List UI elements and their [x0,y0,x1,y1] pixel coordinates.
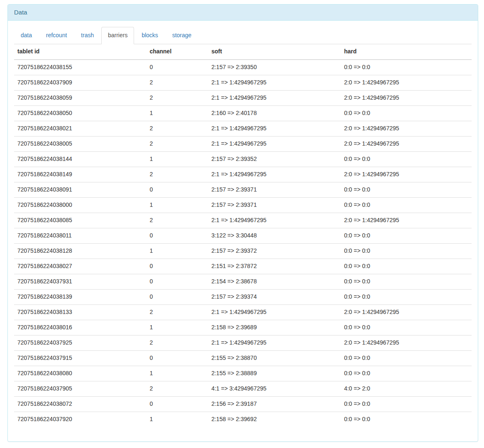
cell-soft: 2:1 => 1:4294967295 [208,167,341,182]
table-row: 7207518622403813322:1 => 1:42949672952:0… [14,304,472,320]
cell-hard: 0:0 => 0:0 [341,289,472,304]
panel-title: Data [14,9,27,16]
cell-channel: 2 [146,213,208,228]
cell-tablet-id: 72075186224038072 [14,396,146,412]
table-row: 7207518622403805012:160 => 2:401780:0 =>… [14,105,472,121]
table-row: 7207518622403815502:157 => 2:393500:0 =>… [14,60,472,75]
cell-tablet-id: 72075186224037905 [14,381,146,396]
cell-tablet-id: 72075186224038128 [14,243,146,259]
cell-tablet-id: 72075186224038021 [14,121,146,136]
cell-soft: 2:157 => 2:39371 [208,197,341,213]
column-header-tablet-id: tablet id [14,44,146,60]
barriers-table: tablet idchannelsofthard 720751862240381… [14,44,472,427]
cell-channel: 0 [146,274,208,289]
cell-soft: 2:155 => 2:38870 [208,350,341,366]
cell-channel: 1 [146,105,208,121]
cell-soft: 3:122 => 3:30448 [208,228,341,243]
cell-tablet-id: 72075186224038016 [14,320,146,335]
table-row: 7207518622403813902:157 => 2:393740:0 =>… [14,289,472,304]
cell-hard: 0:0 => 0:0 [341,151,472,167]
table-row: 7207518622403792012:158 => 2:396920:0 =>… [14,412,472,426]
cell-tablet-id: 72075186224038059 [14,90,146,105]
table-row: 7207518622403812812:157 => 2:393720:0 =>… [14,243,472,259]
cell-channel: 2 [146,167,208,182]
cell-soft: 2:1 => 1:4294967295 [208,213,341,228]
cell-soft: 2:155 => 2:38889 [208,366,341,381]
table-row: 7207518622403805922:1 => 1:42949672952:0… [14,90,472,105]
cell-tablet-id: 72075186224037931 [14,274,146,289]
cell-soft: 2:157 => 2:39350 [208,60,341,75]
cell-hard: 0:0 => 0:0 [341,274,472,289]
cell-channel: 2 [146,381,208,396]
table-row: 7207518622403808012:155 => 2:388890:0 =>… [14,366,472,381]
cell-tablet-id: 72075186224037925 [14,335,146,350]
table-row: 7207518622403814922:1 => 1:42949672952:0… [14,167,472,182]
cell-soft: 2:158 => 2:39689 [208,320,341,335]
cell-channel: 1 [146,412,208,426]
cell-soft: 2:160 => 2:40178 [208,105,341,121]
table-row: 7207518622403814412:157 => 2:393520:0 =>… [14,151,472,167]
cell-channel: 2 [146,75,208,90]
cell-hard: 0:0 => 0:0 [341,259,472,274]
cell-hard: 2:0 => 1:4294967295 [341,304,472,320]
table-row: 7207518622403792522:1 => 1:42949672952:0… [14,335,472,350]
cell-hard: 0:0 => 0:0 [341,350,472,366]
table-body: 7207518622403815502:157 => 2:393500:0 =>… [14,60,472,427]
table-row: 7207518622403790922:1 => 1:42949672952:0… [14,75,472,90]
tab-trash: trash [74,27,101,44]
cell-hard: 0:0 => 0:0 [341,243,472,259]
column-header-channel: channel [146,44,208,60]
cell-soft: 2:158 => 2:39692 [208,412,341,426]
cell-tablet-id: 72075186224038133 [14,304,146,320]
cell-channel: 0 [146,259,208,274]
cell-tablet-id: 72075186224038027 [14,259,146,274]
table-row: 7207518622403808522:1 => 1:42949672952:0… [14,213,472,228]
cell-hard: 2:0 => 1:4294967295 [341,136,472,151]
cell-hard: 0:0 => 0:0 [341,396,472,412]
table-row: 7207518622403801103:122 => 3:304480:0 =>… [14,228,472,243]
cell-hard: 0:0 => 0:0 [341,320,472,335]
cell-channel: 1 [146,151,208,167]
cell-channel: 2 [146,90,208,105]
cell-channel: 0 [146,228,208,243]
cell-channel: 0 [146,60,208,75]
tab-refcount: refcount [39,27,74,44]
cell-hard: 0:0 => 0:0 [341,366,472,381]
cell-tablet-id: 72075186224038144 [14,151,146,167]
cell-channel: 1 [146,243,208,259]
cell-soft: 2:157 => 2:39372 [208,243,341,259]
cell-channel: 0 [146,350,208,366]
cell-hard: 0:0 => 0:0 [341,105,472,121]
tab-link-storage[interactable]: storage [165,27,198,44]
tab-barriers: barriers [101,27,134,44]
cell-tablet-id: 72075186224038080 [14,366,146,381]
cell-channel: 2 [146,136,208,151]
tab-link-refcount[interactable]: refcount [39,27,74,44]
table-row: 7207518622403791502:155 => 2:388700:0 =>… [14,350,472,366]
table-row: 7207518622403802122:1 => 1:42949672952:0… [14,121,472,136]
cell-soft: 2:1 => 1:4294967295 [208,121,341,136]
cell-channel: 1 [146,366,208,381]
cell-hard: 2:0 => 1:4294967295 [341,167,472,182]
tab-link-barriers[interactable]: barriers [101,27,134,44]
cell-soft: 2:1 => 1:4294967295 [208,75,341,90]
cell-soft: 2:1 => 1:4294967295 [208,136,341,151]
cell-hard: 0:0 => 0:0 [341,60,472,75]
data-panel: Data datarefcounttrashbarriersblocksstor… [7,4,478,442]
table-row: 7207518622403807202:156 => 2:391870:0 =>… [14,396,472,412]
cell-hard: 2:0 => 1:4294967295 [341,75,472,90]
tab-blocks: blocks [135,27,165,44]
cell-hard: 2:0 => 1:4294967295 [341,213,472,228]
tab-link-trash[interactable]: trash [74,27,101,44]
cell-soft: 2:157 => 2:39352 [208,151,341,167]
tab-link-blocks[interactable]: blocks [135,27,165,44]
table-row: 7207518622403802702:151 => 2:378720:0 =>… [14,259,472,274]
tab-link-data[interactable]: data [14,27,38,44]
cell-tablet-id: 72075186224037920 [14,412,146,426]
cell-tablet-id: 72075186224038085 [14,213,146,228]
tab-bar: datarefcounttrashbarriersblocksstorage [14,27,472,44]
cell-soft: 2:157 => 2:39371 [208,182,341,197]
cell-channel: 2 [146,335,208,350]
cell-hard: 0:0 => 0:0 [341,182,472,197]
cell-hard: 0:0 => 0:0 [341,197,472,213]
